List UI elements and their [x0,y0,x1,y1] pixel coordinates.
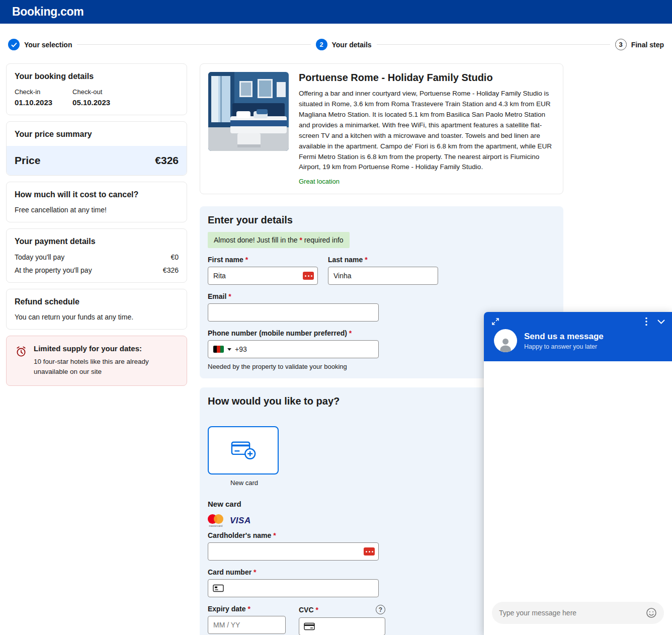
stepper-divider [377,44,610,45]
step-your-selection[interactable]: Your selection [8,39,72,50]
cvc-help-icon[interactable]: ? [376,605,385,614]
today-pay-value: €0 [171,253,179,261]
email-label: Email * [208,292,379,300]
limited-supply-title: Limited supply for your dates: [34,344,157,353]
phone-country-code: +93 [235,345,247,353]
refund-schedule-text: You can return your funds at any time. [15,313,179,321]
mastercard-label: mastercard [209,524,222,527]
chat-minimize-icon[interactable] [657,320,665,324]
last-name-field: Last name * [328,256,438,285]
step-2-label: Your details [332,41,372,49]
chat-header-text: Send us a message Happy to answer you la… [524,332,604,350]
first-name-input[interactable] [208,267,318,285]
agent-avatar [494,329,517,352]
cardholder-field: Cardholder's name * [208,531,379,561]
card-number-label-text: Card number [208,568,251,576]
limited-supply-card: Limited supply for your dates: 10 four-s… [6,336,187,386]
checkout-stepper: Your selection 2 Your details 3 Final st… [0,24,672,50]
step-1-check-icon [8,39,20,50]
required-star: * [247,605,250,613]
required-star: * [245,256,248,264]
chat-input-container [492,602,664,624]
limited-supply-content: Limited supply for your dates: 10 four-s… [34,344,157,377]
first-name-label-text: First name [208,256,243,264]
card-number-input[interactable] [208,579,379,597]
great-location-link[interactable]: Great location [299,178,340,185]
autofill-icon[interactable] [364,547,375,555]
property-card: Portuense Rome - Holiday Family Studio O… [200,63,563,194]
step-1-label: Your selection [24,41,72,49]
last-name-label: Last name * [328,256,438,264]
chat-widget: Send us a message Happy to answer you la… [484,312,672,635]
booking-dates: Check-in 01.10.2023 Check-out 05.10.2023 [15,88,179,107]
first-name-field: First name * [208,256,318,285]
chat-subtitle: Happy to answer you later [524,343,604,350]
cancellation-text: Free cancellation at any time! [15,206,179,214]
required-star: * [228,292,231,300]
cardholder-label: Cardholder's name * [208,531,379,539]
cvc-label: CVC * [299,606,318,614]
checkin-block: Check-in 01.10.2023 [15,88,52,107]
phone-input[interactable]: +93 [208,340,379,358]
cvc-field: CVC * ? [299,605,385,635]
chevron-down-icon [227,348,231,351]
cardholder-label-text: Cardholder's name [208,531,271,539]
cvc-input-wrap [299,617,385,635]
today-pay-label: Today you'll pay [15,253,64,261]
chat-header: Send us a message Happy to answer you la… [484,312,672,361]
payment-row-today: Today you'll pay €0 [15,253,179,261]
cardholder-name-input[interactable] [208,542,379,561]
property-photo[interactable] [208,72,289,151]
checkout-date: 05.10.2023 [72,98,110,107]
mastercard-icon: mastercard [208,514,224,527]
price-summary-card: Your price summary Price €326 [6,121,187,176]
cvc-label-text: CVC [299,606,314,614]
required-star: * [273,531,276,539]
refund-schedule-card: Refund schedule You can return your fund… [6,289,187,330]
new-card-option[interactable] [208,426,279,474]
autofill-icon[interactable] [303,272,314,280]
alarm-clock-icon [15,345,28,377]
expiry-date-input[interactable] [208,616,286,634]
credit-card-icon [213,584,224,592]
property-title: Portuense Rome - Holiday Family Studio [299,72,555,84]
banner-text-suffix: required info [302,236,344,244]
price-label: Price [15,154,40,167]
card-number-field: Card number * [208,568,379,597]
cancellation-card: How much will it cost to cancel? Free ca… [6,182,187,222]
step-your-details[interactable]: 2 Your details [316,39,372,50]
expiry-field: Expiry date * [208,605,286,635]
name-fields-row: First name * Last name * [208,248,555,285]
booking-details-title: Your booking details [15,72,179,81]
phone-label-text: Phone number (mobile number preferred) [208,329,347,337]
email-input[interactable] [208,303,379,322]
property-description: Offering a bar and inner courtyard view,… [299,89,555,173]
last-name-input[interactable] [328,267,438,285]
card-back-icon [304,622,315,630]
step-2-number: 2 [316,39,327,50]
enter-details-title: Enter your details [208,214,555,226]
checkout-block: Check-out 05.10.2023 [72,88,110,107]
booking-logo[interactable]: Booking.com [12,5,83,19]
top-navbar: Booking.com [0,0,672,24]
checkin-date: 01.10.2023 [15,98,52,107]
payment-details-card: Your payment details Today you'll pay €0… [6,228,187,283]
price-row: Price €326 [7,146,187,175]
chat-menu-icon[interactable] [645,317,647,326]
card-number-label: Card number * [208,568,379,576]
booking-details-card: Your booking details Check-in 01.10.2023… [6,63,187,115]
property-pay-label: At the property you'll pay [15,266,92,274]
chat-header-controls [491,317,665,326]
chat-message-input[interactable] [499,609,642,617]
step-3-label: Final step [631,41,664,49]
last-name-label-text: Last name [328,256,363,264]
chat-expand-icon[interactable] [491,317,500,326]
emoji-icon[interactable] [646,607,657,618]
cardholder-input-wrap [208,542,379,561]
required-star: * [365,256,367,264]
visa-icon: VISA [230,516,251,526]
chat-footer [484,596,672,635]
step-final-step[interactable]: 3 Final step [615,39,664,50]
stepper-divider [77,44,310,45]
chat-header-main: Send us a message Happy to answer you la… [491,329,665,352]
